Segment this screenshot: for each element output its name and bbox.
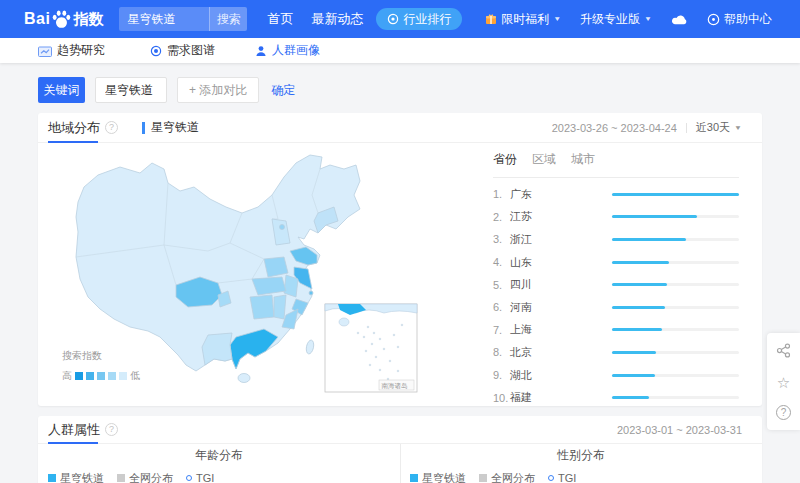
- period-dropdown[interactable]: 近30天 ▼: [696, 120, 742, 135]
- map-inset-south-china-sea: 南海诸岛: [325, 304, 417, 392]
- keyword-input[interactable]: [95, 77, 167, 103]
- legend-keyword[interactable]: 星穹铁道: [48, 471, 104, 483]
- gray-square-swatch: [117, 474, 125, 482]
- region-index-bar: [612, 215, 739, 218]
- industry-rank-button[interactable]: 行业排行: [376, 8, 462, 30]
- region-rank-row[interactable]: 2.江苏: [493, 206, 739, 229]
- help-tooltip-icon[interactable]: ?: [105, 121, 118, 134]
- region-rank-row[interactable]: 5.四川: [493, 273, 739, 296]
- search-input[interactable]: [119, 12, 209, 26]
- header-nav: 首页 最新动态: [267, 10, 363, 28]
- help-tooltip-icon[interactable]: ?: [105, 423, 118, 436]
- demographic-body: 年龄分布 性别分布 星穹铁道 全网分布 TGI 星穹铁道 全网分布 TGI: [38, 444, 762, 483]
- confirm-link[interactable]: 确定: [271, 82, 295, 99]
- nav-home[interactable]: 首页: [267, 10, 293, 28]
- blue-square-swatch: [48, 474, 56, 482]
- region-index-bar: [612, 351, 739, 354]
- tab-city[interactable]: 城市: [571, 151, 595, 168]
- rank-number: 7.: [493, 324, 510, 336]
- demographic-section-title: 人群属性: [48, 421, 100, 439]
- series-label: 星穹铁道: [151, 119, 199, 136]
- question-icon[interactable]: ?: [776, 405, 791, 420]
- keyword-bar: 关键词 + 添加对比 确定: [38, 77, 800, 103]
- region-name: 江苏: [510, 209, 605, 224]
- region-rank-row[interactable]: 9.湖北: [493, 364, 739, 387]
- map-province-shanghai: [309, 291, 313, 295]
- rank-number: 1.: [493, 188, 510, 200]
- cloud-icon: [671, 14, 688, 25]
- message-cloud-button[interactable]: [671, 14, 688, 25]
- region-rank-row[interactable]: 3.浙江: [493, 228, 739, 251]
- chevron-down-icon: ▼: [553, 15, 561, 22]
- keyword-button[interactable]: 关键词: [38, 77, 85, 103]
- period-label: 近30天: [696, 120, 730, 135]
- header-right-menu: 限时福利 ▼ 升级专业版 ▼ 帮助中心: [485, 11, 800, 28]
- tab-demand-graph[interactable]: 需求图谱: [150, 38, 215, 63]
- legend-gradient-square: [108, 372, 116, 380]
- logo-text-zhishu: 指数: [73, 10, 103, 29]
- region-rank-row[interactable]: 1.广东: [493, 183, 739, 206]
- promo-menu[interactable]: 限时福利 ▼: [485, 11, 561, 28]
- tab-trend-research[interactable]: 趋势研究: [38, 38, 105, 63]
- rank-number: 8.: [493, 346, 510, 358]
- rank-number: 4.: [493, 256, 510, 268]
- help-center-menu[interactable]: 帮助中心: [707, 11, 772, 28]
- region-name: 福建: [510, 390, 605, 405]
- share-icon[interactable]: [776, 343, 791, 360]
- legend-low-label: 低: [130, 369, 140, 383]
- map-island-taiwan[interactable]: [305, 339, 315, 354]
- nav-latest-news[interactable]: 最新动态: [311, 10, 363, 28]
- tab-trend-research-label: 趋势研究: [57, 42, 105, 59]
- legend-gradient-square: [119, 372, 127, 380]
- region-date-range[interactable]: 2023-03-26 ~ 2023-04-24: [552, 122, 677, 134]
- baidu-index-logo[interactable]: Bai 指数: [24, 9, 103, 30]
- header-search-box: 搜索: [119, 7, 247, 31]
- map-island-hainan[interactable]: [238, 374, 250, 383]
- industry-rank-label: 行业排行: [403, 11, 451, 28]
- rank-number: 2.: [493, 211, 510, 223]
- help-center-label: 帮助中心: [724, 11, 772, 28]
- search-button[interactable]: 搜索: [209, 7, 247, 31]
- blue-square-swatch: [410, 474, 418, 482]
- region-rank-row[interactable]: 6.河南: [493, 296, 739, 319]
- demographic-date-range[interactable]: 2023-03-01 ~ 2023-03-31: [617, 424, 742, 436]
- legend-gradient-square: [97, 372, 105, 380]
- region-rank-row[interactable]: 8.北京: [493, 341, 739, 364]
- region-date-controls: 2023-03-26 ~ 2023-04-24 近30天 ▼: [552, 120, 742, 135]
- legend-tgi[interactable]: TGI: [548, 472, 576, 483]
- series-color-mark: [142, 122, 145, 134]
- legend-tgi[interactable]: TGI: [186, 472, 214, 483]
- region-card-header: 地域分布 ? 星穹铁道 2023-03-26 ~ 2023-04-24 近30天…: [38, 113, 762, 143]
- add-compare-button[interactable]: + 添加对比: [177, 77, 259, 103]
- favorite-star-icon[interactable]: ☆: [777, 375, 790, 390]
- map-province-hunan: [250, 295, 274, 319]
- legend-keyword[interactable]: 星穹铁道: [410, 471, 466, 483]
- tab-region[interactable]: 区域: [532, 151, 556, 168]
- map-legend: 搜索指数 高 低: [62, 349, 140, 383]
- age-panel-legend: 星穹铁道 全网分布 TGI: [38, 467, 400, 483]
- chevron-down-icon: ▼: [734, 124, 742, 131]
- legend-whole-network[interactable]: 全网分布: [117, 471, 173, 483]
- sub-navigation: 趋势研究 需求图谱 人群画像: [0, 38, 800, 63]
- upgrade-menu[interactable]: 升级专业版 ▼: [580, 11, 652, 28]
- demographic-card: 人群属性 ? 2023-03-01 ~ 2023-03-31 年龄分布 性别分布…: [38, 416, 762, 483]
- floating-toolbar: ☆ ?: [767, 333, 800, 430]
- region-rank-row[interactable]: 7.上海: [493, 319, 739, 342]
- legend-high-label: 高: [62, 369, 72, 383]
- circle-outline-swatch: [186, 475, 192, 481]
- tab-audience-profile[interactable]: 人群画像: [255, 38, 320, 63]
- panel-divider: [400, 444, 401, 483]
- rank-number: 3.: [493, 233, 510, 245]
- region-rank-row[interactable]: 10.福建: [493, 386, 739, 409]
- region-rank-row[interactable]: 4.山东: [493, 251, 739, 274]
- region-rank-tabs: 省份 区域 城市: [493, 151, 739, 178]
- region-distribution-card: 地域分布 ? 星穹铁道 2023-03-26 ~ 2023-04-24 近30天…: [38, 113, 762, 406]
- map-province-anhui: [284, 275, 298, 297]
- region-index-bar: [612, 283, 739, 286]
- legend-whole-network[interactable]: 全网分布: [479, 471, 535, 483]
- tab-province[interactable]: 省份: [493, 151, 517, 168]
- gift-icon: [485, 13, 497, 25]
- gender-panel-title: 性别分布: [400, 444, 762, 467]
- active-tab-underline: [48, 141, 98, 143]
- rank-number: 6.: [493, 301, 510, 313]
